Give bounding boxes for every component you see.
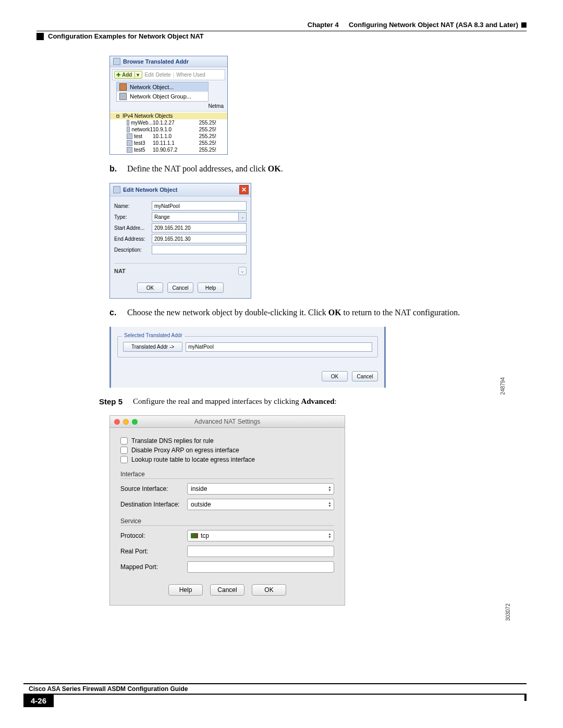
interface-section-header: Interface bbox=[120, 471, 334, 479]
page-header: Chapter 4 Configuring Network Object NAT… bbox=[36, 21, 527, 29]
tree-row[interactable]: test5 10.90.67.2 255.25! bbox=[110, 146, 227, 153]
updown-icon: ▲▼ bbox=[328, 484, 332, 494]
mapped-port-input[interactable] bbox=[187, 561, 334, 573]
cancel-button[interactable]: Cancel bbox=[167, 282, 193, 293]
destination-interface-select[interactable]: outside ▲▼ bbox=[187, 499, 334, 510]
start-address-label: Start Addre... bbox=[114, 225, 152, 231]
mapped-port-label: Mapped Port: bbox=[120, 563, 187, 571]
description-input[interactable] bbox=[152, 245, 247, 254]
footer-book-title: Cisco ASA Series Firewall ASDM Configura… bbox=[23, 683, 527, 694]
type-select[interactable]: Range ⌄ bbox=[152, 212, 247, 221]
updown-icon: ▲▼ bbox=[328, 530, 332, 541]
section-mark bbox=[36, 33, 44, 40]
figure-id-label: 248794 bbox=[500, 377, 506, 394]
translate-dns-checkbox[interactable]: Translate DNS replies for rule bbox=[120, 437, 334, 445]
menu-network-object-group[interactable]: Network Object Group... bbox=[117, 92, 208, 101]
help-button[interactable]: Help bbox=[198, 282, 224, 293]
start-address-input[interactable]: 209.165.201.20 bbox=[152, 223, 247, 232]
updown-icon: ▲▼ bbox=[328, 499, 332, 510]
translated-addr-button[interactable]: Translated Addr -> bbox=[123, 342, 182, 352]
header-end-mark bbox=[521, 22, 527, 28]
add-dropdown-icon[interactable]: ▾ bbox=[134, 72, 140, 78]
name-input[interactable]: myNatPool bbox=[152, 201, 247, 211]
plus-icon: ✚ bbox=[116, 72, 120, 78]
network-object-group-icon bbox=[119, 93, 127, 100]
source-interface-label: Source Interface: bbox=[120, 485, 187, 492]
nat-section-label: NAT bbox=[114, 268, 126, 274]
object-icon bbox=[127, 133, 132, 139]
destination-interface-label: Destination Interface: bbox=[120, 501, 187, 508]
checkbox-icon bbox=[120, 456, 128, 463]
chapter-label: Chapter 4 bbox=[308, 21, 339, 29]
browse-window-titlebar: Browse Translated Addr bbox=[110, 56, 227, 67]
source-interface-select[interactable]: inside ▲▼ bbox=[187, 483, 334, 495]
ok-button[interactable]: OK bbox=[322, 371, 348, 381]
tree-row[interactable]: myWeb... 10.1.2.27 255.25! bbox=[110, 119, 227, 126]
type-label: Type: bbox=[114, 214, 152, 220]
object-icon bbox=[127, 127, 130, 132]
chapter-title: Configuring Network Object NAT (ASA 8.3 … bbox=[349, 21, 518, 29]
cancel-button[interactable]: Cancel bbox=[210, 584, 244, 596]
group-legend: Selected Translated Addr bbox=[122, 332, 185, 338]
add-dropdown-menu: Network Object... Network Object Group..… bbox=[116, 82, 209, 102]
footer-end-mark bbox=[524, 694, 527, 701]
object-icon bbox=[127, 140, 132, 146]
step-5: Step 5 Configure the real and mapped int… bbox=[99, 397, 527, 406]
page-number: 4-26 bbox=[23, 694, 54, 707]
name-label: Name: bbox=[114, 203, 152, 209]
object-icon bbox=[127, 147, 132, 153]
dialog-title: Edit Network Object bbox=[123, 187, 178, 193]
tcp-icon bbox=[191, 533, 198, 538]
figure-id-label: 303072 bbox=[505, 603, 511, 621]
end-address-label: End Address: bbox=[114, 236, 152, 242]
browse-translated-addr-window: Browse Translated Addr ✚ Add ▾ Edit Dele… bbox=[109, 56, 228, 155]
service-section-header: Service bbox=[120, 517, 334, 526]
where-used-button[interactable]: Where Used bbox=[176, 72, 205, 78]
edit-button[interactable]: Edit bbox=[144, 72, 153, 78]
cancel-button[interactable]: Cancel bbox=[352, 371, 378, 381]
translated-addr-value[interactable]: myNatPool bbox=[186, 342, 372, 352]
browse-window-title: Browse Translated Addr bbox=[123, 58, 189, 65]
advanced-nat-settings-dialog: Advanced NAT Settings Translate DNS repl… bbox=[109, 415, 345, 606]
tree-row[interactable]: test3 10.11.1.1 255.25! bbox=[110, 140, 227, 146]
end-address-input[interactable]: 209.165.201.30 bbox=[152, 234, 247, 243]
tree-row[interactable]: network1 10.9.1.0 255.25! bbox=[110, 126, 227, 133]
header-rule bbox=[36, 31, 527, 31]
instruction-b: b. Define the NAT pool addresses, and cl… bbox=[109, 164, 516, 174]
real-port-label: Real Port: bbox=[120, 548, 187, 555]
protocol-label: Protocol: bbox=[120, 532, 187, 539]
collapse-icon[interactable]: ⌄ bbox=[238, 267, 247, 275]
instruction-c: c. Choose the new network object by doub… bbox=[109, 308, 516, 317]
real-port-input[interactable] bbox=[187, 546, 334, 557]
lookup-route-checkbox[interactable]: Lookup route table to locate egress inte… bbox=[120, 456, 334, 463]
tree-category[interactable]: ⊟ IPv4 Network Objects bbox=[110, 113, 227, 119]
close-button[interactable]: ✕ bbox=[239, 185, 249, 194]
selected-translated-addr-panel: Selected Translated Addr Translated Addr… bbox=[109, 327, 386, 388]
edit-network-object-dialog: Edit Network Object ✕ Name: myNatPool Ty… bbox=[109, 183, 251, 299]
col-netmask: Netma bbox=[209, 103, 224, 109]
help-button[interactable]: Help bbox=[168, 584, 203, 596]
dialog-title: Advanced NAT Settings bbox=[110, 418, 345, 425]
window-icon bbox=[113, 186, 120, 193]
network-object-icon bbox=[119, 83, 127, 91]
window-icon bbox=[113, 58, 120, 65]
checkbox-icon bbox=[120, 437, 128, 445]
disable-proxy-arp-checkbox[interactable]: Disable Proxy ARP on egress interface bbox=[120, 447, 334, 454]
tree-row[interactable]: test 10.1.1.0 255.25! bbox=[110, 133, 227, 140]
delete-button[interactable]: Delete bbox=[156, 72, 171, 78]
ok-button[interactable]: OK bbox=[137, 282, 163, 293]
add-button[interactable]: ✚ Add ▾ bbox=[114, 71, 142, 79]
description-label: Description: bbox=[114, 247, 152, 253]
protocol-select[interactable]: tcp ▲▼ bbox=[187, 530, 334, 541]
section-title: Configuration Examples for Network Objec… bbox=[48, 32, 204, 40]
object-icon bbox=[127, 120, 129, 126]
page-footer: Cisco ASA Series Firewall ASDM Configura… bbox=[23, 683, 527, 707]
menu-network-object[interactable]: Network Object... bbox=[117, 82, 208, 92]
checkbox-icon bbox=[120, 447, 128, 454]
chevron-down-icon: ⌄ bbox=[238, 213, 246, 221]
ok-button[interactable]: OK bbox=[252, 584, 286, 596]
